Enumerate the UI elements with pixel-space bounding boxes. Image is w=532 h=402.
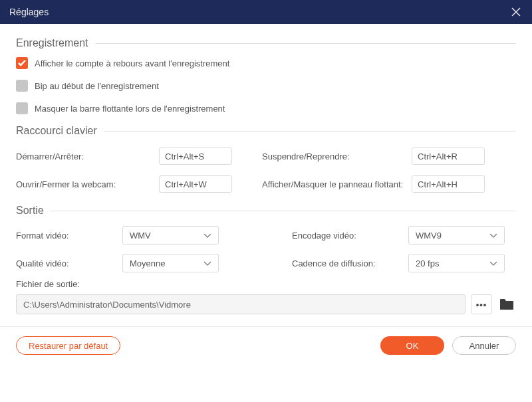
- output-path-value: C:\Users\Administrator\Documents\Vidmore: [23, 300, 191, 310]
- checkbox-countdown-label: Afficher le compte à rebours avant l'enr…: [35, 58, 229, 68]
- section-shortcuts-header: Raccourci clavier: [16, 125, 516, 137]
- option-hidebar-row: Masquer la barre flottante lors de l'enr…: [16, 102, 516, 114]
- shortcut-panel-label: Afficher/Masquer le panneau flottant:: [262, 179, 412, 189]
- shortcut-webcam-label: Ouvrir/Fermer la webcam:: [16, 179, 159, 189]
- restore-defaults-label: Restaurer par défaut: [29, 341, 108, 351]
- folder-icon: [499, 298, 514, 310]
- checkbox-beep-label: Bip au début de l'enregistrement: [35, 81, 159, 91]
- window-title: Réglages: [9, 7, 49, 17]
- cancel-button[interactable]: Annuler: [452, 336, 516, 355]
- shortcut-pause-input[interactable]: [412, 148, 485, 165]
- shortcut-start-input[interactable]: [159, 148, 232, 165]
- ellipsis-icon: •••: [476, 300, 487, 310]
- section-recording-header: Enregistrement: [16, 37, 516, 49]
- section-divider: [95, 43, 517, 44]
- ok-label: OK: [406, 341, 419, 351]
- encoding-label: Encodage vidéo:: [292, 231, 408, 241]
- section-output-header: Sortie: [16, 205, 516, 217]
- check-icon: [18, 60, 26, 66]
- shortcut-start-label: Démarrer/Arrêter:: [16, 151, 159, 161]
- quality-value: Moyenne: [130, 258, 165, 268]
- checkbox-beep[interactable]: [16, 80, 28, 92]
- checkbox-hidebar-label: Masquer la barre flottante lors de l'enr…: [35, 104, 225, 114]
- chevron-down-icon: [203, 258, 211, 268]
- ok-button[interactable]: OK: [380, 336, 444, 355]
- option-beep-row: Bip au début de l'enregistrement: [16, 80, 516, 92]
- section-divider: [51, 211, 516, 211]
- fps-label: Cadence de diffusion:: [292, 258, 408, 268]
- cancel-label: Annuler: [469, 341, 499, 351]
- format-select[interactable]: WMV: [122, 226, 219, 245]
- quality-select[interactable]: Moyenne: [122, 254, 219, 272]
- chevron-down-icon: [203, 231, 211, 241]
- option-countdown-row: Afficher le compte à rebours avant l'enr…: [16, 57, 516, 69]
- browse-button[interactable]: •••: [471, 294, 492, 314]
- fps-value: 20 fps: [416, 258, 439, 268]
- shortcut-webcam-input[interactable]: [159, 175, 232, 193]
- quality-label: Qualité vidéo:: [16, 258, 122, 268]
- shortcut-pause-label: Suspendre/Reprendre:: [262, 151, 412, 161]
- output-file-label: Fichier de sortie:: [16, 279, 516, 289]
- checkbox-countdown[interactable]: [16, 57, 28, 69]
- output-path-field[interactable]: C:\Users\Administrator\Documents\Vidmore: [16, 294, 466, 314]
- encoding-value: WMV9: [416, 231, 442, 241]
- section-divider: [104, 131, 516, 132]
- section-recording-title: Enregistrement: [16, 37, 95, 49]
- shortcut-panel-input[interactable]: [412, 175, 485, 193]
- checkbox-hidebar[interactable]: [16, 102, 28, 114]
- restore-defaults-button[interactable]: Restaurer par défaut: [16, 336, 120, 355]
- close-icon: [511, 7, 521, 17]
- format-label: Format vidéo:: [16, 231, 122, 241]
- close-button[interactable]: [509, 5, 523, 19]
- chevron-down-icon: [489, 258, 497, 268]
- section-output-title: Sortie: [16, 205, 51, 217]
- open-folder-button[interactable]: [497, 294, 516, 314]
- format-value: WMV: [130, 231, 151, 241]
- section-shortcuts-title: Raccourci clavier: [16, 125, 104, 137]
- titlebar: Réglages: [0, 0, 532, 24]
- fps-select[interactable]: 20 fps: [408, 254, 505, 272]
- encoding-select[interactable]: WMV9: [408, 226, 505, 245]
- chevron-down-icon: [489, 231, 497, 241]
